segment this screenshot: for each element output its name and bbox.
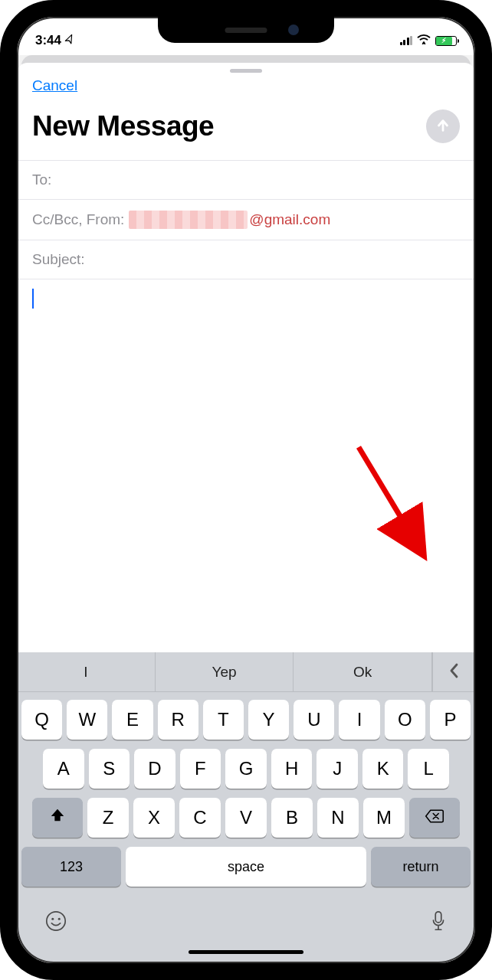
redacted-block <box>129 211 248 229</box>
key-row-4: 123 space return <box>21 847 471 887</box>
key-b[interactable]: B <box>271 798 313 838</box>
key-w[interactable]: W <box>67 700 107 740</box>
chevron-left-icon <box>448 662 461 681</box>
battery-icon: ⚡︎ <box>435 36 457 46</box>
key-e[interactable]: E <box>112 700 153 740</box>
from-address: @gmail.com <box>129 211 330 229</box>
keyboard: I Yep Ok Q W E R T Y U I <box>17 652 475 963</box>
page-title: New Message <box>32 110 214 142</box>
prediction-2[interactable]: Yep <box>156 652 294 691</box>
shift-icon <box>49 807 66 828</box>
key-k[interactable]: K <box>362 749 404 789</box>
key-r[interactable]: R <box>158 700 198 740</box>
to-field[interactable]: To: <box>17 160 475 199</box>
key-i[interactable]: I <box>339 700 379 740</box>
backspace-key[interactable] <box>409 798 460 838</box>
cellular-signal-icon <box>400 36 413 45</box>
key-l[interactable]: L <box>408 749 449 789</box>
subject-label: Subject: <box>32 251 85 268</box>
subject-field[interactable]: Subject: <box>17 240 475 279</box>
arrow-up-icon <box>435 117 451 136</box>
ccbcc-from-field[interactable]: Cc/Bcc, From: @gmail.com <box>17 199 475 240</box>
key-q[interactable]: Q <box>21 700 62 740</box>
from-domain: @gmail.com <box>249 211 330 228</box>
key-j[interactable]: J <box>317 749 358 789</box>
space-key[interactable]: space <box>126 847 366 887</box>
text-cursor <box>32 289 34 309</box>
key-p[interactable]: P <box>430 700 471 740</box>
svg-point-2 <box>51 918 54 920</box>
prediction-bar: I Yep Ok <box>17 652 475 692</box>
key-row-3: Z X C V B N M <box>21 798 471 838</box>
cancel-button[interactable]: Cancel <box>32 77 77 93</box>
prediction-1[interactable]: I <box>17 652 156 691</box>
key-h[interactable]: H <box>271 749 313 789</box>
emoji-button[interactable] <box>40 905 72 942</box>
key-a[interactable]: A <box>43 749 84 789</box>
ccbcc-from-label: Cc/Bcc, From: <box>32 211 124 228</box>
key-u[interactable]: U <box>294 700 334 740</box>
key-row-1: Q W E R T Y U I O P <box>21 700 471 740</box>
home-indicator[interactable] <box>189 950 303 954</box>
key-z[interactable]: Z <box>87 798 129 838</box>
status-time: 3:44 <box>35 33 61 48</box>
prediction-3[interactable]: Ok <box>294 652 432 691</box>
key-m[interactable]: M <box>363 798 405 838</box>
compose-sheet: Cancel New Message To: Cc/Bcc, From: @gm… <box>17 63 475 963</box>
dictation-button[interactable] <box>425 905 452 942</box>
key-f[interactable]: F <box>180 749 221 789</box>
svg-point-3 <box>58 918 61 920</box>
key-o[interactable]: O <box>385 700 425 740</box>
emoji-icon <box>44 913 67 937</box>
key-n[interactable]: N <box>317 798 359 838</box>
key-t[interactable]: T <box>203 700 244 740</box>
svg-point-1 <box>47 912 65 930</box>
microphone-icon <box>429 913 448 937</box>
prediction-collapse-button[interactable] <box>432 652 475 691</box>
location-icon <box>63 33 77 49</box>
numbers-key[interactable]: 123 <box>21 847 121 887</box>
svg-rect-4 <box>435 912 441 923</box>
return-key[interactable]: return <box>371 847 471 887</box>
key-d[interactable]: D <box>134 749 175 789</box>
send-button[interactable] <box>426 109 460 143</box>
wifi-icon <box>417 33 431 48</box>
key-s[interactable]: S <box>89 749 130 789</box>
key-c[interactable]: C <box>179 798 221 838</box>
to-label: To: <box>32 172 51 188</box>
key-v[interactable]: V <box>225 798 267 838</box>
key-y[interactable]: Y <box>248 700 289 740</box>
key-g[interactable]: G <box>225 749 267 789</box>
shift-key[interactable] <box>32 798 83 838</box>
key-row-2: A S D F G H J K L <box>21 749 471 789</box>
sheet-grabber[interactable] <box>230 69 262 73</box>
svg-point-0 <box>423 41 425 44</box>
key-x[interactable]: X <box>133 798 175 838</box>
backspace-icon <box>425 807 444 828</box>
